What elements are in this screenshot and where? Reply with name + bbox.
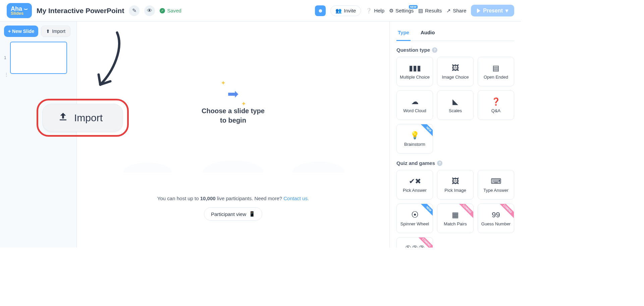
- canvas-area: ✦ ➡ ✦ Choose a slide type to begin You c…: [77, 21, 389, 248]
- new-slide-button[interactable]: + New Slide: [4, 26, 38, 37]
- edit-title-icon[interactable]: ✎: [129, 5, 140, 16]
- card-icon: ⦿: [411, 211, 419, 219]
- card-icon: ❓: [491, 97, 500, 106]
- quiz-type-type-answer[interactable]: ⌨Type Answer: [478, 170, 514, 200]
- card-label: Match Pairs: [444, 221, 467, 226]
- question-type-word-cloud[interactable]: ☁Word Cloud: [396, 90, 433, 120]
- question-type-open-ended[interactable]: ▤Open Ended: [478, 57, 514, 86]
- results-button[interactable]: ▤ Results: [418, 8, 442, 14]
- quiz-type-match-pairs[interactable]: ▦Match PairsCOMING: [437, 204, 474, 233]
- card-icon: ①②③: [405, 244, 425, 248]
- tab-audio[interactable]: Audio: [419, 27, 436, 41]
- slide-number: 1: [4, 55, 7, 60]
- cloud-decoration: [91, 146, 376, 173]
- question-type-scales[interactable]: ◣Scales: [437, 90, 474, 120]
- annotation-import-button: Import: [42, 104, 123, 132]
- card-label: Spinner Wheel: [400, 221, 429, 226]
- participants-info: You can host up to 10,000 live participa…: [157, 195, 309, 201]
- slide-thumb-row: 1: [4, 42, 72, 74]
- contact-us-link[interactable]: Contact us.: [283, 195, 309, 201]
- card-label: Open Ended: [484, 75, 508, 80]
- card-label: Word Cloud: [403, 108, 426, 113]
- card-label: Guess Number: [481, 221, 511, 226]
- card-label: Q&A: [491, 108, 500, 113]
- present-button[interactable]: Present ▾: [471, 5, 514, 16]
- help-icon[interactable]: ?: [432, 47, 437, 53]
- help-button[interactable]: ❔ Help: [366, 8, 384, 14]
- card-label: Image Choice: [442, 75, 469, 80]
- settings-button[interactable]: ⚙ SettingsNEW: [389, 8, 414, 14]
- question-type-multiple-choice[interactable]: ▮▮▮Multiple Choice: [396, 57, 433, 86]
- logo[interactable]: Aha ⌣Slides: [7, 3, 32, 18]
- card-icon: 🖼: [452, 177, 459, 186]
- canvas-prompt: Choose a slide type to begin: [202, 106, 265, 125]
- annotation-import-callout: Import: [37, 99, 129, 137]
- card-icon: ✔✖: [409, 177, 421, 186]
- tab-type[interactable]: Type: [396, 27, 411, 41]
- question-type-brainstorm[interactable]: 💡BrainstormNEW: [396, 124, 433, 154]
- sparkle-icon: ✦: [241, 100, 246, 107]
- help-icon[interactable]: ?: [437, 161, 442, 166]
- reaction-icon[interactable]: ☻: [315, 5, 326, 16]
- topbar: Aha ⌣Slides My Interactive PowerPoint ✎ …: [0, 0, 521, 21]
- card-icon: ▮▮▮: [409, 64, 421, 73]
- arrow-right-icon: ➡: [227, 86, 239, 101]
- ribbon-new: NEW: [421, 124, 433, 137]
- card-icon: ☁: [411, 97, 419, 106]
- question-type-image-choice[interactable]: 🖼Image Choice: [437, 57, 474, 86]
- sparkle-icon: ✦: [221, 79, 226, 87]
- import-button[interactable]: ⬆ Import: [41, 26, 70, 37]
- slide-thumb-menu-icon[interactable]: ⋮: [4, 74, 72, 76]
- visibility-icon[interactable]: 👁: [144, 5, 155, 16]
- slide-thumbnail[interactable]: [10, 42, 67, 74]
- card-label: Pick Image: [444, 188, 466, 193]
- card-label: Scales: [449, 108, 462, 113]
- card-icon: ◣: [452, 97, 458, 106]
- ribbon-new: NEW: [421, 204, 433, 217]
- card-label: Pick Answer: [403, 188, 427, 193]
- question-type-q-a[interactable]: ❓Q&A: [478, 90, 514, 120]
- card-icon: ▦: [452, 211, 459, 219]
- slide-canvas: ✦ ➡ ✦ Choose a slide type to begin: [91, 25, 376, 186]
- quiz-type-correct-order[interactable]: ①②③Correct OrderCOMING: [396, 237, 433, 248]
- quiz-type-spinner-wheel[interactable]: ⦿Spinner WheelNEW: [396, 204, 433, 233]
- card-label: Multiple Choice: [400, 75, 430, 80]
- section-quiz-games: Quiz and games?: [396, 160, 514, 166]
- invite-button[interactable]: 👥 Invite: [330, 5, 361, 16]
- saved-status: ✓Saved: [160, 8, 181, 13]
- participant-view-button[interactable]: Participant view 📱: [204, 207, 262, 221]
- quiz-type-guess-number[interactable]: 99Guess NumberCOMING: [478, 204, 514, 233]
- card-icon: 🖼: [452, 64, 459, 73]
- section-question-type: Question type?: [396, 47, 514, 53]
- upload-icon: [57, 111, 69, 125]
- card-icon: ⌨: [491, 177, 501, 186]
- quiz-type-pick-image[interactable]: 🖼Pick Image: [437, 170, 474, 200]
- card-icon: ▤: [492, 64, 499, 73]
- card-icon: 99: [492, 211, 500, 219]
- card-label: Type Answer: [483, 188, 508, 193]
- ribbon-coming: COMING: [498, 204, 514, 218]
- presentation-title[interactable]: My Interactive PowerPoint: [37, 7, 124, 15]
- share-button[interactable]: ↗ Share: [446, 8, 466, 14]
- card-icon: 💡: [410, 131, 419, 140]
- card-label: Brainstorm: [404, 142, 425, 147]
- quiz-type-pick-answer[interactable]: ✔✖Pick Answer: [396, 170, 433, 200]
- ribbon-coming: COMING: [458, 204, 474, 218]
- type-panel: Type Audio Question type? ▮▮▮Multiple Ch…: [389, 21, 521, 248]
